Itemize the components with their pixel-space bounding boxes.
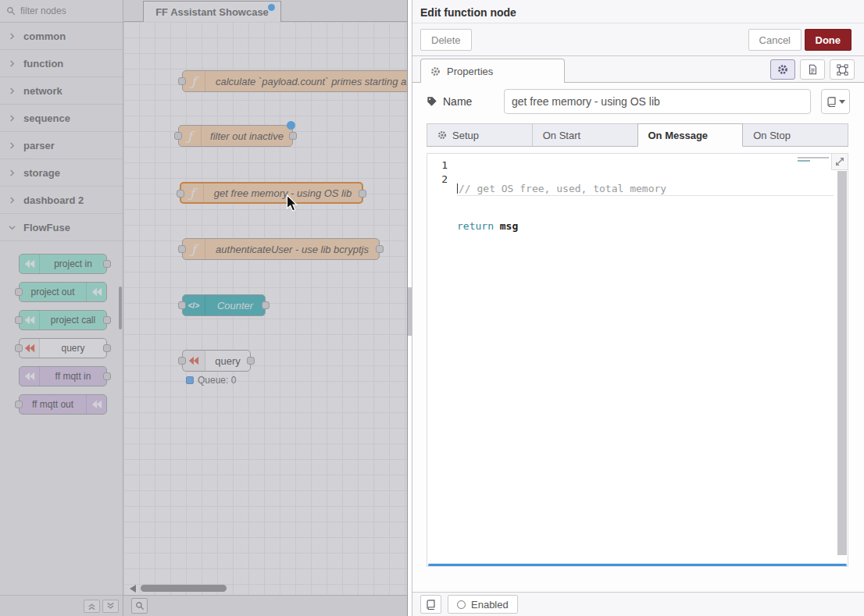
done-button[interactable]: Done (805, 29, 852, 51)
output-port[interactable] (103, 372, 111, 380)
flowfuse-icon (20, 367, 40, 386)
canvas-search-button[interactable] (131, 598, 148, 614)
palette-filter-input[interactable] (20, 5, 106, 16)
input-port[interactable] (178, 77, 186, 85)
palette-expand-all-button[interactable] (102, 600, 119, 613)
input-port[interactable] (15, 288, 23, 296)
palette-category-storage[interactable]: storage (0, 159, 123, 187)
flow-canvas[interactable]: FF Assistant Showcase ƒ calculate `paylo… (123, 0, 407, 616)
library-export-button[interactable] (420, 595, 441, 614)
palette-node-ff-mqtt-in[interactable]: ff mqtt in (19, 366, 107, 386)
input-port[interactable] (174, 132, 182, 140)
palette-category-dashboard2[interactable]: dashboard 2 (0, 187, 123, 214)
library-dropdown-button[interactable] (821, 89, 850, 114)
cancel-button[interactable]: Cancel (748, 29, 802, 51)
output-port[interactable] (103, 344, 111, 352)
canvas-vertical-scrollbar-thumb[interactable] (408, 287, 412, 336)
category-label: common (23, 30, 66, 42)
palette-node-ff-mqtt-out[interactable]: ff mqtt out (19, 394, 107, 415)
input-port[interactable] (178, 245, 186, 253)
output-port[interactable] (359, 190, 366, 198)
delete-button[interactable]: Delete (420, 29, 472, 51)
palette-category-flowfuse[interactable]: FlowFuse (0, 214, 123, 241)
input-port[interactable] (178, 357, 186, 365)
editor-resize-bar[interactable] (428, 564, 847, 566)
flow-node-query[interactable]: query Queue: 0 (182, 350, 251, 372)
code-editor[interactable]: 1 2 // get OS free, used, total memory r… (427, 153, 848, 567)
function-icon: ƒ (179, 126, 202, 146)
palette-node-project-in[interactable]: project in (19, 254, 107, 274)
category-label: network (23, 85, 62, 97)
input-port[interactable] (15, 344, 23, 352)
chevron-right-icon (9, 169, 16, 176)
palette-category-network[interactable]: network (0, 77, 123, 105)
output-port[interactable] (247, 357, 255, 365)
workspace-tabbar: FF Assistant Showcase (123, 0, 407, 22)
input-port[interactable] (177, 190, 184, 198)
enabled-label: Enabled (471, 599, 509, 611)
output-port[interactable] (289, 132, 297, 140)
editor-scrollbar[interactable] (837, 171, 847, 555)
chevron-down-icon (9, 224, 16, 231)
flow-node-filter-out-inactive[interactable]: ƒ filter out inactive (178, 125, 293, 147)
palette-scrollbar-thumb[interactable] (119, 287, 122, 329)
scrollbar-thumb[interactable] (141, 585, 227, 592)
output-port[interactable] (262, 301, 270, 309)
flowfuse-icon (86, 283, 106, 301)
output-port[interactable] (103, 316, 111, 324)
flow-node-authenticate-user[interactable]: ƒ authenticateUser - use lib bcryptjs (182, 238, 380, 260)
output-port[interactable] (103, 260, 111, 268)
tab-properties[interactable]: Properties (420, 59, 565, 83)
flowfuse-icon (183, 351, 205, 371)
palette-search[interactable] (0, 0, 123, 23)
text-cursor (457, 183, 458, 194)
palette-collapse-all-button[interactable] (84, 600, 100, 613)
document-icon (808, 64, 818, 75)
palette-node-query[interactable]: query (19, 338, 107, 358)
gear-icon (430, 66, 441, 77)
node-appearance-button[interactable] (830, 59, 855, 80)
workspace-tab-ff-assistant-showcase[interactable]: FF Assistant Showcase (143, 1, 281, 22)
palette-category-function[interactable]: function (0, 50, 123, 77)
node-name-input[interactable] (504, 89, 811, 114)
node-label: authenticateUser - use lib bcryptjs (205, 239, 379, 259)
tray-footer: Enabled (412, 592, 864, 616)
palette-footer (0, 595, 123, 616)
flow-node-calculate-primes[interactable]: ƒ calculate `payload.count` primes start… (182, 70, 407, 92)
editor-expand-button[interactable] (831, 154, 848, 170)
edit-description-button[interactable] (800, 59, 825, 80)
chevron-right-icon (9, 142, 16, 149)
palette-category-parser[interactable]: parser (0, 132, 123, 159)
input-port[interactable] (15, 316, 23, 324)
edit-properties-button[interactable] (770, 59, 795, 80)
palette-node-project-out[interactable]: project out (19, 282, 107, 302)
canvas-horizontal-scrollbar[interactable] (123, 585, 407, 593)
tray-body: Name Setup On Start On Message On Stop (412, 83, 864, 616)
node-label: Counter (205, 295, 265, 315)
palette-node-project-call[interactable]: project call (19, 310, 107, 330)
tab-on-message[interactable]: On Message (637, 123, 744, 147)
scroll-left-arrow-icon[interactable] (130, 585, 136, 593)
output-port[interactable] (376, 245, 384, 253)
chevron-right-icon (9, 115, 16, 122)
code-content[interactable]: // get OS free, used, total memory retur… (457, 158, 834, 257)
enabled-state-icon (457, 600, 466, 609)
sidebar-resize-handle[interactable] (407, 0, 412, 616)
book-icon (827, 97, 837, 107)
palette-category-common[interactable]: common (0, 23, 123, 50)
status-text: Queue: 0 (198, 375, 236, 386)
flow-node-counter[interactable]: </> Counter (182, 294, 266, 316)
tab-properties-label: Properties (447, 66, 493, 77)
palette-category-sequence[interactable]: sequence (0, 105, 123, 132)
flow-node-get-free-memory[interactable]: ƒ get free memory - using OS lib (180, 182, 363, 204)
node-enabled-toggle[interactable]: Enabled (448, 595, 518, 614)
chevron-right-icon (9, 197, 16, 204)
caret-down-icon (839, 100, 845, 104)
input-port[interactable] (178, 301, 186, 309)
tab-setup[interactable]: Setup (427, 123, 533, 147)
line-number-gutter: 1 2 (427, 158, 457, 187)
canvas-footer (123, 595, 407, 616)
tab-on-start[interactable]: On Start (532, 123, 638, 147)
input-port[interactable] (15, 401, 23, 408)
tab-on-stop[interactable]: On Stop (742, 123, 848, 147)
